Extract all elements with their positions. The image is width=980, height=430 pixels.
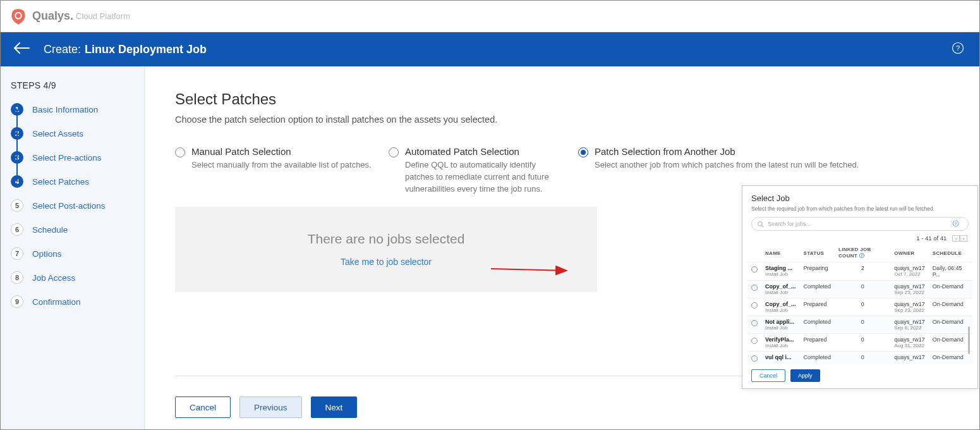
job-linked-count: 2 <box>835 262 890 281</box>
job-owner: quays_rw17 <box>894 319 925 325</box>
search-placeholder: Search for jobs... <box>768 221 811 227</box>
step-label: Select Assets <box>32 129 83 138</box>
radio-icon[interactable] <box>578 147 588 157</box>
scrollbar-thumb[interactable] <box>968 326 970 354</box>
step-2[interactable]: 2Select Assets <box>11 127 134 140</box>
job-row[interactable]: Staging ...Install JobPreparing2quays_rw… <box>747 262 972 281</box>
col-schedule: SCHEDULE <box>929 244 972 262</box>
popup-subtitle: Select the required job from which patch… <box>751 206 969 212</box>
patch-option-2[interactable]: Automated Patch SelectionDefine QQL to a… <box>389 146 578 195</box>
step-label: Select Post-actions <box>32 201 106 211</box>
radio-desc: Select another job from which patches fr… <box>595 159 859 171</box>
popup-pager[interactable]: ‹› <box>952 235 967 242</box>
step-7[interactable]: 7Options <box>11 247 134 260</box>
job-name: VerifyPla... <box>765 336 796 343</box>
job-name: Copy_of_... <box>765 301 796 307</box>
select-job-popup: Select Job Select the required job from … <box>742 185 978 389</box>
step-number-icon: 5 <box>11 199 23 212</box>
steps-sidebar: STEPS 4/9 1Basic Information2Select Asse… <box>1 66 145 429</box>
job-linked-count: 0 <box>835 316 890 334</box>
step-5[interactable]: 5Select Post-actions <box>11 199 134 212</box>
step-1[interactable]: 1Basic Information <box>11 103 134 116</box>
step-6[interactable]: 6Schedule <box>11 223 134 236</box>
empty-jobs-panel: There are no jobs selected Take me to jo… <box>175 207 597 292</box>
job-search-input[interactable]: Search for jobs... ? <box>751 217 969 231</box>
search-help-icon[interactable]: ? <box>952 220 963 228</box>
step-3[interactable]: 3Select Pre-actions <box>11 151 134 164</box>
job-radio-icon[interactable] <box>751 338 758 344</box>
radio-label: Automated Patch Selection <box>405 146 563 157</box>
header-prefix: Create: <box>44 43 81 56</box>
step-number-icon: 6 <box>11 223 23 236</box>
step-list: 1Basic Information2Select Assets3Select … <box>11 103 134 308</box>
job-radio-icon[interactable] <box>751 355 758 362</box>
step-label: Basic Information <box>32 105 98 114</box>
job-linked-count: 0 <box>835 352 890 365</box>
job-linked-count: 0 <box>835 281 890 298</box>
job-status: Prepared <box>800 298 835 316</box>
job-type: Install Job <box>765 325 796 331</box>
step-9[interactable]: 9Confirmation <box>11 295 134 308</box>
job-table: NAME STATUS LINKED JOB COUNT ⓘ OWNER SCH… <box>747 244 972 364</box>
job-status: Preparing <box>800 262 835 281</box>
job-status: Prepared <box>800 334 835 352</box>
job-selector-link[interactable]: Take me to job selector <box>341 257 432 267</box>
brand-subtitle: Cloud Platform <box>76 11 130 21</box>
popup-title: Select Job <box>751 194 969 203</box>
step-label: Schedule <box>32 225 68 235</box>
job-row[interactable]: vul qql i...Completed0quays_rw17On-Deman… <box>747 352 972 365</box>
job-radio-icon[interactable] <box>751 302 758 309</box>
header-title: Linux Deployment Job <box>85 43 207 56</box>
brand-name: Qualys. <box>32 9 73 23</box>
job-radio-icon[interactable] <box>751 266 758 273</box>
job-date: Sep 23, 2022 <box>894 290 925 295</box>
job-schedule: On-Demand <box>929 298 972 316</box>
radio-desc: Define QQL to automatically identify pat… <box>405 159 563 195</box>
radio-desc: Select manually from the available list … <box>191 159 372 171</box>
help-icon[interactable]: ? <box>952 42 964 57</box>
step-number-icon: 9 <box>11 295 23 308</box>
radio-icon[interactable] <box>175 147 185 157</box>
radio-icon[interactable] <box>389 147 399 157</box>
job-owner: quays_rw17 <box>894 283 925 290</box>
job-date: Sep 23, 2022 <box>894 307 925 313</box>
job-row[interactable]: Copy_of_...Install JobPrepared0quays_rw1… <box>747 298 972 316</box>
job-row[interactable]: VerifyPla...Install JobPrepared0quays_rw… <box>747 334 972 352</box>
job-status: Completed <box>800 316 835 334</box>
next-button[interactable]: Next <box>311 396 358 418</box>
svg-point-5 <box>758 221 762 226</box>
step-label: Job Access <box>32 273 75 283</box>
back-arrow-icon[interactable] <box>13 42 30 57</box>
page-title: Select Patches <box>175 90 949 108</box>
job-date: Aug 31, 2022 <box>894 343 925 348</box>
job-linked-count: 0 <box>835 334 890 352</box>
job-radio-icon[interactable] <box>751 285 758 291</box>
col-owner: OWNER <box>890 244 929 262</box>
svg-text:?: ? <box>955 221 957 225</box>
job-type: Install Job <box>765 271 796 277</box>
previous-button[interactable]: Previous <box>239 396 302 418</box>
popup-count: 1 - 41 of 41 ‹› <box>747 235 967 242</box>
popup-cancel-button[interactable]: Cancel <box>751 369 785 382</box>
job-name: Staging ... <box>765 265 796 271</box>
cancel-button[interactable]: Cancel <box>175 396 231 418</box>
search-icon <box>757 221 764 228</box>
job-row[interactable]: Not appli...Install JobCompleted0quays_r… <box>747 316 972 334</box>
step-label: Confirmation <box>32 297 81 307</box>
patch-option-1[interactable]: Manual Patch SelectionSelect manually fr… <box>175 146 389 195</box>
step-label: Options <box>32 249 62 259</box>
step-label: Select Patches <box>32 177 89 187</box>
svg-point-1 <box>16 13 20 18</box>
job-name: vul qql i... <box>765 354 796 360</box>
job-row[interactable]: Copy_of_...Install JobCompleted0quays_rw… <box>747 281 972 298</box>
step-label: Select Pre-actions <box>32 153 102 163</box>
step-number-icon: 8 <box>11 271 23 284</box>
radio-label: Manual Patch Selection <box>191 146 372 157</box>
step-8[interactable]: 8Job Access <box>11 271 134 284</box>
step-4[interactable]: 4Select Patches <box>11 175 134 188</box>
brand-logo-icon <box>9 8 27 25</box>
brand-bar: Qualys. Cloud Platform <box>1 1 979 32</box>
job-date: Sep 8, 2022 <box>894 325 925 331</box>
job-radio-icon[interactable] <box>751 320 758 326</box>
popup-apply-button[interactable]: Apply <box>790 369 820 382</box>
